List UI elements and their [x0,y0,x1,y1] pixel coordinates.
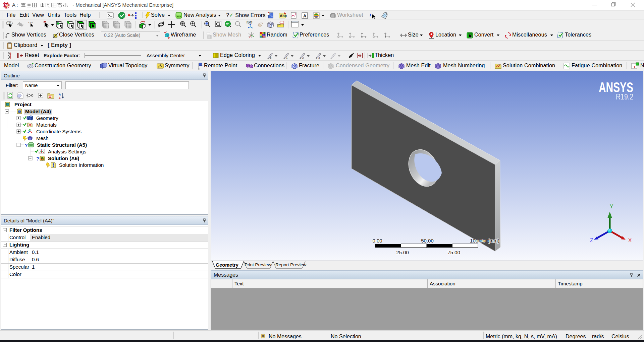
svg-text:75.00: 75.00 [447,250,460,255]
svg-text:0.00: 0.00 [372,238,382,244]
svg-text:x,y,z: x,y,z [28,21,34,24]
svg-text:?: ? [36,156,39,161]
svg-text:Z: Z [590,237,593,243]
svg-text:M: M [5,3,8,8]
svg-text:ISO: ISO [247,20,252,24]
svg-text:Mesh: Mesh [36,135,49,141]
svg-text:(mm): (mm) [488,238,499,244]
svg-text:6: 6 [270,56,272,59]
svg-text:Geometry: Geometry [216,262,238,268]
svg-text:X: X [628,237,632,243]
svg-text:A: A [59,93,61,96]
svg-text:Print Preview: Print Preview [245,262,271,267]
svg-text:Model (A4): Model (A4) [25,109,51,114]
svg-text:i: i [370,12,371,17]
svg-text:Materials: Materials [36,122,57,128]
svg-text:2: 2 [302,56,304,59]
svg-text:Solution Information: Solution Information [59,162,104,168]
svg-text:Analysis Settings: Analysis Settings [48,149,86,154]
svg-text:3: 3 [318,56,320,59]
svg-text:?: ? [25,143,28,148]
svg-text:A: A [303,13,307,18]
svg-text:Y: Y [610,204,613,209]
svg-text:Report Preview: Report Preview [275,262,307,267]
svg-text:Z: Z [59,96,61,99]
svg-text:0: 0 [262,334,264,338]
svg-text:1: 1 [286,56,288,59]
svg-text:Solution (A6): Solution (A6) [48,155,79,161]
svg-text:50.00: 50.00 [421,238,434,244]
svg-text:Project: Project [14,101,32,107]
svg-text:100.00: 100.00 [470,238,485,244]
svg-text:Geometry: Geometry [36,115,58,121]
svg-text:25.00: 25.00 [396,250,409,255]
svg-text:Abc: Abc [280,14,287,18]
svg-text:Static Structural (A5): Static Structural (A5) [37,142,87,148]
svg-text:Coordinate Systems: Coordinate Systems [36,129,82,134]
svg-text:R19.2: R19.2 [616,92,633,101]
